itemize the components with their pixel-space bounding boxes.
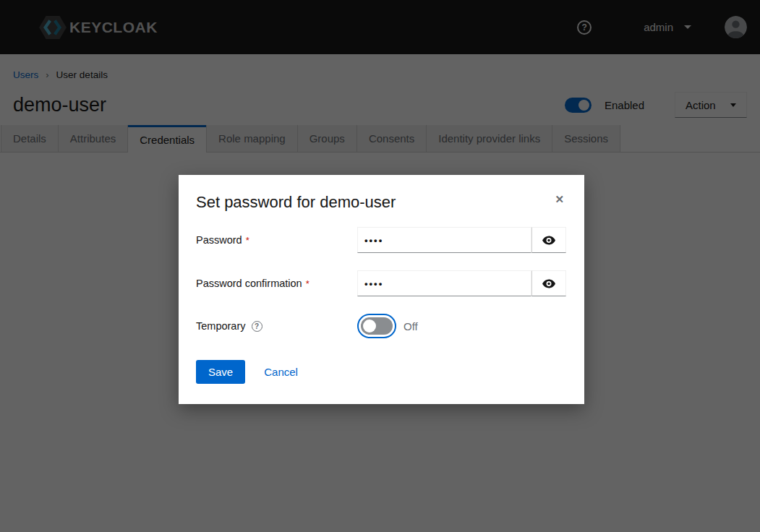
temporary-label: Temporary bbox=[196, 320, 246, 332]
password-row: Password * bbox=[196, 227, 567, 253]
show-password-confirmation-button[interactable] bbox=[531, 270, 566, 296]
temporary-row: Temporary ? Off bbox=[196, 314, 567, 338]
password-confirmation-input[interactable] bbox=[357, 270, 531, 296]
close-icon[interactable]: ✕ bbox=[552, 192, 567, 206]
eye-icon bbox=[542, 236, 555, 245]
required-asterisk: * bbox=[246, 235, 249, 246]
temporary-toggle[interactable] bbox=[357, 314, 396, 338]
show-password-button[interactable] bbox=[531, 227, 566, 253]
password-label: Password bbox=[196, 234, 242, 246]
required-asterisk: * bbox=[306, 278, 309, 289]
cancel-button[interactable]: Cancel bbox=[264, 366, 298, 378]
eye-icon bbox=[542, 279, 555, 288]
password-input[interactable] bbox=[357, 227, 531, 253]
help-icon[interactable]: ? bbox=[252, 321, 262, 332]
password-confirmation-row: Password confirmation * bbox=[196, 270, 567, 296]
set-password-form: Password * Password con bbox=[196, 227, 567, 384]
set-password-modal: Set password for demo-user ✕ Password * bbox=[179, 175, 584, 404]
temporary-state-label: Off bbox=[404, 320, 418, 332]
save-button[interactable]: Save bbox=[196, 360, 245, 384]
password-confirmation-label: Password confirmation bbox=[196, 278, 302, 289]
modal-title: Set password for demo-user bbox=[196, 192, 396, 213]
